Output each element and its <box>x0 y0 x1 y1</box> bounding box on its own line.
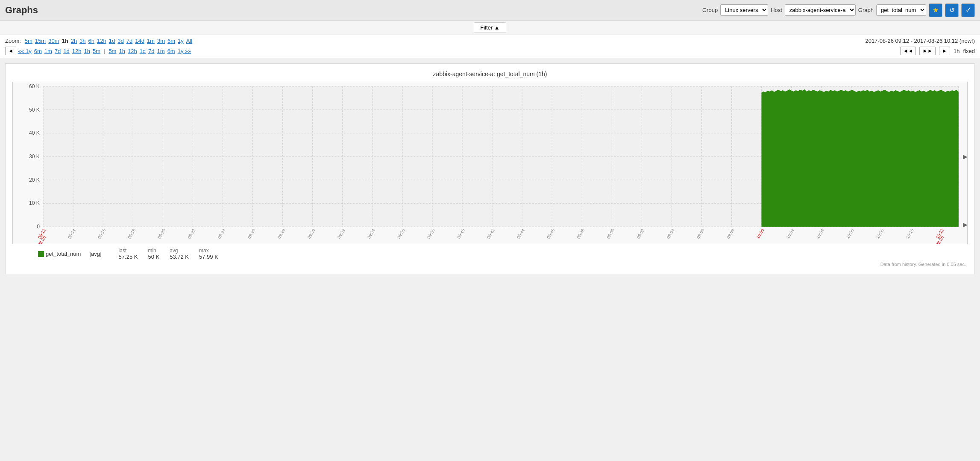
svg-text:09:50: 09:50 <box>606 228 616 239</box>
legend-area: get_total_num [avg] last 57.25 K min 50 … <box>12 248 968 260</box>
nav-back-button[interactable]: ◄ <box>5 47 16 55</box>
nav-back-5m[interactable]: 5m <box>93 48 100 54</box>
filter-button[interactable]: Filter ▲ <box>474 22 506 33</box>
nav-duration: 1h <box>954 48 959 54</box>
nav-back-1h[interactable]: 1h <box>84 48 90 54</box>
nav-back-1m[interactable]: 1m <box>44 48 52 54</box>
zoom-label: Zoom: <box>5 38 21 44</box>
zoom-7d[interactable]: 7d <box>126 38 132 44</box>
zoom-6h[interactable]: 6h <box>88 38 94 44</box>
nav-fwd-6m[interactable]: 6m <box>167 48 175 54</box>
nav-fwd-1y[interactable]: 1y »» <box>178 48 191 54</box>
svg-text:09:14: 09:14 <box>67 228 77 239</box>
stat-min-value: 50 K <box>148 254 159 260</box>
legend-stats: last 57.25 K min 50 K avg 53.72 K max 57… <box>119 248 218 260</box>
nav-right: ◄◄ ►► ► 1h fixed <box>900 47 975 55</box>
nav-row: ◄ «« 1y 6m 1m 7d 1d 12h 1h 5m | 5m 1h 12… <box>5 47 975 55</box>
zoom-3m[interactable]: 3m <box>157 38 165 44</box>
nav-fwd-7d[interactable]: 7d <box>148 48 154 54</box>
svg-text:09:58: 09:58 <box>725 228 735 239</box>
svg-text:09:22: 09:22 <box>187 228 197 239</box>
nav-fwd-12h[interactable]: 12h <box>128 48 137 54</box>
svg-text:09:18: 09:18 <box>127 228 137 239</box>
host-select[interactable]: zabbix-agent-service-a <box>785 4 856 16</box>
zoom-1h[interactable]: 1h <box>62 38 68 44</box>
svg-text:09:26: 09:26 <box>246 228 256 239</box>
zoom-3h[interactable]: 3h <box>79 38 85 44</box>
favorite-button[interactable]: ★ <box>929 3 942 17</box>
zoom-1d[interactable]: 1d <box>109 38 115 44</box>
legend-color-box <box>38 251 44 257</box>
stat-max: max 57.99 K <box>199 248 218 260</box>
svg-marker-41 <box>762 89 959 227</box>
zoom-2h[interactable]: 2h <box>71 38 77 44</box>
svg-text:10:08: 10:08 <box>875 228 885 239</box>
nav-fwd-5m[interactable]: 5m <box>109 48 116 54</box>
nav-back-12h[interactable]: 12h <box>72 48 82 54</box>
svg-text:09:52: 09:52 <box>636 228 646 239</box>
svg-text:10:02: 10:02 <box>786 228 795 239</box>
filter-bar: Filter ▲ <box>0 21 980 35</box>
svg-text:50 K: 50 K <box>29 107 40 113</box>
svg-text:09:56: 09:56 <box>695 228 705 239</box>
page-title: Graphs <box>5 5 38 16</box>
svg-text:60 K: 60 K <box>29 83 40 89</box>
nav-back-7d[interactable]: 7d <box>55 48 61 54</box>
stat-avg-value: 53.72 K <box>170 254 189 260</box>
stat-min-label: min <box>148 248 159 254</box>
nav-fwd-1d[interactable]: 1d <box>140 48 146 54</box>
svg-text:10:06: 10:06 <box>845 228 855 239</box>
svg-text:09:28: 09:28 <box>276 228 286 239</box>
zoom-15m[interactable]: 15m <box>35 38 46 44</box>
svg-text:20 K: 20 K <box>29 177 40 183</box>
zoom-row: Zoom: 5m 15m 30m 1h 2h 3h 6h 12h 1d 3d 7… <box>5 38 975 44</box>
chart-area[interactable]: 60 K 50 K 40 K 30 K 20 K 10 K 0 ▶ ▶ 09:1… <box>12 82 968 244</box>
zoom-6m[interactable]: 6m <box>167 38 175 44</box>
nav-back-6m[interactable]: 6m <box>34 48 42 54</box>
svg-text:30 K: 30 K <box>29 154 40 160</box>
zoom-12h[interactable]: 12h <box>97 38 106 44</box>
stat-last: last 57.25 K <box>119 248 138 260</box>
zoom-5m[interactable]: 5m <box>25 38 32 44</box>
svg-text:40 K: 40 K <box>29 130 40 136</box>
top-controls: Group Linux servers Host zabbix-agent-se… <box>702 3 975 17</box>
nav-next-small[interactable]: ►► <box>919 47 936 55</box>
chart-svg: 60 K 50 K 40 K 30 K 20 K 10 K 0 ▶ ▶ 09:1… <box>13 82 967 244</box>
nav-fwd-1m[interactable]: 1m <box>157 48 165 54</box>
stat-last-value: 57.25 K <box>119 254 138 260</box>
stat-max-value: 57.99 K <box>199 254 218 260</box>
group-select[interactable]: Linux servers <box>720 4 768 16</box>
svg-text:10:10: 10:10 <box>905 228 915 239</box>
zoom-1y[interactable]: 1y <box>178 38 184 44</box>
svg-text:▶: ▶ <box>963 221 967 228</box>
nav-back-1y[interactable]: «« 1y <box>18 48 32 54</box>
date-range: 2017-08-26 09:12 - 2017-08-26 10:12 (now… <box>865 38 975 44</box>
nav-back-1d[interactable]: 1d <box>63 48 69 54</box>
svg-text:10:04: 10:04 <box>816 228 825 239</box>
svg-text:09:42: 09:42 <box>486 228 496 239</box>
stat-last-label: last <box>119 248 138 254</box>
zoom-30m[interactable]: 30m <box>48 38 59 44</box>
graph-label: Graph <box>858 7 874 13</box>
svg-text:09:44: 09:44 <box>516 228 526 239</box>
zoom-all[interactable]: All <box>186 38 192 44</box>
zoom-1m[interactable]: 1m <box>147 38 155 44</box>
graph-select[interactable]: get_total_num <box>876 4 926 16</box>
confirm-button[interactable]: ✓ <box>961 3 975 17</box>
refresh-button[interactable]: ↺ <box>945 3 959 17</box>
stat-min: min 50 K <box>148 248 159 260</box>
svg-text:10 K: 10 K <box>29 201 40 207</box>
nav-forward-button[interactable]: ► <box>939 47 950 55</box>
controls-bar: Zoom: 5m 15m 30m 1h 2h 3h 6h 12h 1d 3d 7… <box>0 35 980 58</box>
svg-text:09:46: 09:46 <box>546 228 556 239</box>
zoom-3d[interactable]: 3d <box>117 38 123 44</box>
top-bar: Graphs Group Linux servers Host zabbix-a… <box>0 0 980 21</box>
nav-fwd-1h[interactable]: 1h <box>119 48 125 54</box>
stat-max-label: max <box>199 248 218 254</box>
zoom-links: Zoom: 5m 15m 30m 1h 2h 3h 6h 12h 1d 3d 7… <box>5 38 194 44</box>
svg-text:0: 0 <box>37 224 40 230</box>
zoom-14d[interactable]: 14d <box>135 38 144 44</box>
fixed-label: fixed <box>963 48 975 54</box>
nav-prev-small[interactable]: ◄◄ <box>900 47 916 55</box>
data-note: Data from history. Generated in 0.05 sec… <box>12 262 968 267</box>
